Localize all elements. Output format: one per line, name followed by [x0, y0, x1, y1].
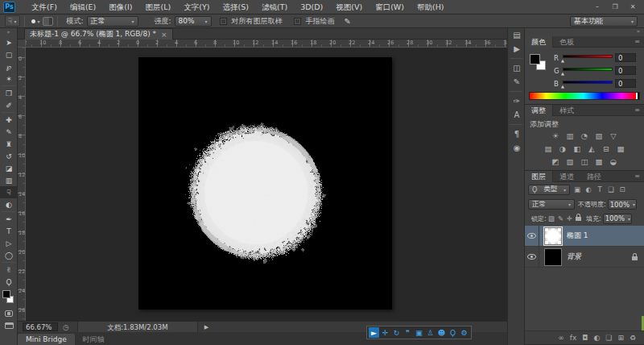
clone-source-panel-icon[interactable]: ✑ — [508, 94, 526, 108]
hand-tool[interactable]: ✌ — [0, 264, 18, 276]
color-lookup-icon[interactable]: ▦ — [615, 143, 626, 154]
layer-thumbnail[interactable] — [544, 227, 562, 245]
select-mode-icon[interactable]: ► — [369, 327, 379, 338]
lock-image-pixels-icon[interactable]: ✎ — [558, 214, 564, 222]
document-tab[interactable]: 未标题-1 @ 66.7% (椭圆 1, RGB/8) * × — [24, 28, 173, 39]
tab-样式[interactable]: 样式 — [553, 105, 580, 116]
healing-brush-tool[interactable]: ✚ — [0, 114, 18, 126]
brush-tool[interactable]: ✎ — [0, 126, 18, 138]
eyedropper-tool[interactable]: ✐ — [0, 99, 18, 111]
layer-thumbnail[interactable] — [544, 248, 562, 266]
link-layers-icon[interactable]: ∞ — [558, 334, 564, 342]
menu-item[interactable]: 窗口(W) — [369, 0, 411, 14]
shape-tool[interactable]: ◯ — [0, 249, 18, 261]
color-swatches[interactable] — [0, 289, 18, 306]
channel-slider[interactable]: ▲ — [563, 80, 613, 88]
restore-button[interactable]: ❐ — [607, 2, 623, 12]
eraser-tool[interactable]: ◪ — [0, 162, 18, 174]
layer-name[interactable]: 椭圆 1 — [567, 231, 588, 241]
menu-item[interactable]: 帮助(H) — [411, 0, 451, 14]
filter-shape-layers-icon[interactable]: ❑ — [606, 185, 616, 194]
layer-visibility-cell[interactable] — [525, 226, 539, 246]
info-panel-icon[interactable]: ◫ — [508, 61, 526, 75]
channel-value-field[interactable]: 0 — [615, 53, 636, 62]
menu-item[interactable]: 编辑(E) — [64, 0, 102, 14]
invert-icon[interactable]: ◩ — [550, 156, 561, 167]
object-mode-icon[interactable]: ♙ — [425, 327, 436, 338]
channel-value-field[interactable]: 0 — [615, 66, 636, 75]
lasso-tool[interactable]: ℘ — [0, 60, 18, 73]
brush-panel-icon[interactable]: ✎ — [508, 75, 526, 89]
tab-色板[interactable]: 色板 — [553, 36, 580, 48]
layer-style-icon[interactable]: fx — [570, 334, 577, 342]
layer-row[interactable]: 椭圆 1 — [525, 226, 644, 247]
eye-icon[interactable] — [527, 233, 536, 239]
brightness-contrast-icon[interactable]: ☀ — [550, 131, 561, 141]
opacity-field[interactable]: 100% ▾ — [608, 199, 637, 210]
levels-icon[interactable]: ▥ — [564, 131, 576, 141]
layer-filter-type-dropdown[interactable]: Ϙ 类型 ▾ — [528, 185, 570, 195]
pen-tool[interactable]: ✒ — [0, 213, 18, 225]
layer-row[interactable]: 背景 — [525, 247, 644, 268]
device-preview-panel-icon[interactable]: ◉ — [508, 141, 526, 155]
canvas[interactable] — [138, 57, 392, 310]
filter-adjustment-layers-icon[interactable]: ◐ — [584, 185, 593, 194]
collapse-panels-button[interactable]: » — [525, 28, 644, 36]
fill-field[interactable]: 100% ▾ — [603, 214, 632, 224]
layer-name[interactable]: 背景 — [567, 251, 581, 262]
slider-thumb-icon[interactable]: ▲ — [561, 71, 564, 76]
tab-图层[interactable]: 图层 — [525, 171, 553, 182]
lock-position-icon[interactable]: ✛ — [567, 214, 572, 222]
delete-layer-icon[interactable]: ♻ — [630, 334, 636, 342]
clone-stamp-tool[interactable]: ♜ — [0, 138, 18, 150]
hue-saturation-icon[interactable]: ▤ — [543, 143, 554, 154]
bottom-tab-时间轴[interactable]: 时间轴 — [75, 334, 113, 345]
status-menu-arrow[interactable]: ▶ — [204, 324, 208, 330]
paragraph-panel-icon[interactable]: ¶ — [508, 127, 526, 141]
color-spectrum-bar[interactable] — [529, 92, 640, 100]
posterize-icon[interactable]: ▨ — [564, 156, 576, 167]
panel-menu-icon[interactable]: ≡ — [634, 38, 640, 45]
exposure-icon[interactable]: ▧ — [593, 131, 605, 141]
sample-all-layers-checkbox[interactable] — [220, 18, 227, 25]
menu-item[interactable]: 选择(S) — [216, 0, 254, 14]
history-brush-tool[interactable]: ↺ — [0, 150, 18, 162]
brush-panel-toggle[interactable] — [43, 17, 53, 26]
zoom-level-field[interactable]: 66.67% — [23, 322, 58, 331]
filter-type-layers-icon[interactable]: T — [595, 185, 605, 194]
new-adjustment-layer-icon[interactable]: ◐ — [593, 334, 600, 342]
smudge-tool[interactable]: ☟ — [0, 186, 18, 198]
vibrance-icon[interactable]: ▽ — [608, 131, 619, 141]
settings-mode-icon[interactable]: ⚙ — [459, 327, 469, 338]
workspace-switcher[interactable]: 基本功能 ▾ — [570, 16, 638, 27]
photo-filter-icon[interactable]: ◭ — [586, 143, 597, 154]
path-selection-tool[interactable]: ▷ — [0, 237, 18, 249]
add-layer-mask-icon[interactable]: ◘ — [582, 334, 588, 342]
layer-blend-mode-dropdown[interactable]: 正常 ▾ — [528, 199, 575, 210]
eye-icon[interactable] — [527, 254, 536, 260]
people-mode-icon[interactable]: ☻ — [436, 327, 447, 338]
slider-thumb-icon[interactable]: ▲ — [561, 84, 564, 89]
color-balance-icon[interactable]: ◑ — [557, 143, 568, 154]
tab-通道[interactable]: 通道 — [553, 171, 580, 182]
strength-field[interactable]: 80% ▾ — [175, 16, 212, 27]
filter-smart-objects-icon[interactable]: ⊡ — [617, 185, 627, 194]
curves-icon[interactable]: ◔ — [579, 131, 590, 141]
tab-调整[interactable]: 调整 — [525, 105, 553, 116]
rotate-mode-icon[interactable]: ↻ — [391, 327, 402, 338]
layer-visibility-cell[interactable] — [525, 247, 539, 267]
character-panel-icon[interactable]: A — [508, 108, 526, 122]
new-group-icon[interactable]: ❏ — [605, 334, 612, 342]
menu-item[interactable]: 图层(L) — [139, 0, 178, 14]
move-tool[interactable]: ➤ — [0, 36, 18, 48]
screen-mode-button[interactable] — [0, 319, 18, 331]
close-button[interactable]: ✕ — [625, 2, 641, 12]
airbrush-icon[interactable]: ✎ — [345, 17, 351, 26]
tab-close-button[interactable]: × — [161, 31, 167, 39]
history-panel-icon[interactable]: ▤ — [508, 28, 526, 42]
filter-pixel-layers-icon[interactable]: ▣ — [572, 185, 582, 194]
menu-item[interactable]: 视图(V) — [329, 0, 369, 14]
actions-panel-icon[interactable]: ▶ — [508, 42, 526, 56]
marquee-tool[interactable]: ▢ — [0, 48, 18, 60]
bottom-tab-mini-bridge[interactable]: Mini Bridge — [18, 334, 75, 345]
